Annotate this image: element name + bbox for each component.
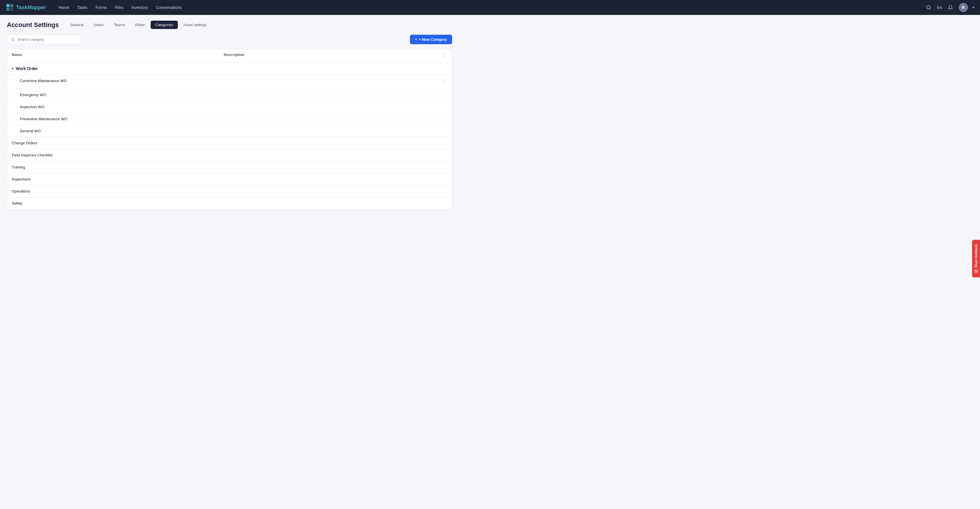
svg-line-7 — [14, 40, 14, 41]
page-header: Account Settings General Users Teams Rol… — [7, 21, 452, 29]
toolbar: + + New Category — [7, 35, 452, 44]
subcategory-name-preventive: Preventive Maintenance WO — [20, 117, 228, 121]
brand-logo-area[interactable]: TaskMapper — [6, 3, 46, 11]
nav-link-tasks[interactable]: Tasks — [74, 3, 91, 11]
nav-link-forms[interactable]: Forms — [92, 3, 110, 11]
safety-label: Safety — [12, 201, 224, 205]
subcategory-name-general-wo: General WO — [20, 129, 228, 133]
bell-icon — [948, 5, 953, 10]
col-name-header: Name — [12, 52, 224, 59]
svg-rect-1 — [10, 4, 13, 7]
subcategory-name-corrective: Corrective Maintenance WO — [20, 79, 228, 85]
category-row-inspections[interactable]: Inspections — [7, 173, 452, 185]
svg-rect-3 — [10, 8, 13, 11]
brand-name: TaskMapper — [16, 5, 46, 11]
training-label: Training — [12, 165, 224, 169]
categories-table: Name Description ⋮ ▾ Work Order Correcti… — [7, 49, 452, 210]
subcategory-row-inspection[interactable]: Inspection WO — [7, 101, 452, 113]
svg-rect-2 — [6, 8, 10, 11]
table-header-row: Name Description ⋮ — [7, 49, 452, 62]
work-order-group-label: Work Order — [16, 66, 38, 71]
avatar-caret-icon[interactable]: ▾ — [972, 6, 974, 10]
tab-teams[interactable]: Teams — [109, 21, 129, 29]
col-description-header: Description — [224, 52, 436, 59]
tab-roles[interactable]: Roles — [130, 21, 149, 29]
new-category-button[interactable]: + + New Category — [410, 35, 452, 44]
nav-link-conversations[interactable]: Conversations — [153, 3, 185, 11]
tab-users[interactable]: Users — [89, 21, 108, 29]
search-input[interactable] — [17, 37, 77, 41]
category-row-training[interactable]: Training — [7, 161, 452, 173]
corrective-options-button[interactable]: ⋮ — [439, 79, 447, 85]
svg-rect-0 — [6, 4, 10, 7]
search-icon — [926, 5, 931, 10]
nav-link-files[interactable]: Files — [111, 3, 127, 11]
table-options-button[interactable]: ⋮ — [439, 52, 447, 59]
subcategory-name-emergency: Emergency WO — [20, 93, 228, 97]
category-row-field-inspector[interactable]: Field Inspector Checklist — [7, 149, 452, 161]
tabs-container: General Users Teams Roles Categories Ass… — [66, 21, 212, 29]
nav-link-home[interactable]: Home — [55, 3, 73, 11]
chevron-down-icon: ▾ — [12, 67, 13, 71]
navbar: TaskMapper Home Tasks Forms Files Invent… — [0, 0, 980, 15]
field-inspector-label: Field Inspector Checklist — [12, 153, 224, 157]
main-content: Account Settings General Users Teams Rol… — [0, 15, 459, 215]
notifications-button[interactable] — [947, 4, 954, 11]
table-header-actions: ⋮ — [436, 52, 447, 59]
nav-links: Home Tasks Forms Files Inventory Convers… — [55, 3, 925, 11]
plus-icon: + — [415, 37, 417, 41]
subcategory-row-emergency[interactable]: Emergency WO — [7, 89, 452, 101]
change-orders-label: Change Orders — [12, 141, 224, 145]
subcategory-row-corrective[interactable]: Corrective Maintenance WO ⋮ — [7, 75, 452, 89]
subcategory-row-preventive[interactable]: Preventive Maintenance WO — [7, 113, 452, 125]
category-row-change-orders[interactable]: Change Orders — [7, 137, 452, 149]
tab-categories[interactable]: Categories — [151, 21, 178, 29]
navbar-right: EN R ▾ — [925, 3, 974, 12]
user-avatar-button[interactable]: R — [959, 3, 968, 12]
tab-general[interactable]: General — [66, 21, 88, 29]
search-box[interactable] — [7, 35, 81, 44]
language-selector[interactable]: EN — [937, 5, 942, 10]
search-icon — [11, 38, 15, 41]
category-row-operations[interactable]: Operations — [7, 185, 452, 197]
global-search-button[interactable] — [925, 4, 932, 11]
inspections-label: Inspections — [12, 177, 224, 181]
nav-link-inventory[interactable]: Inventory — [128, 3, 151, 11]
taskmapper-logo-icon — [6, 3, 14, 11]
subcategory-name-inspection: Inspection WO — [20, 105, 228, 109]
svg-line-5 — [929, 8, 931, 9]
operations-label: Operations — [12, 189, 224, 193]
subcategory-row-general-wo[interactable]: General WO — [7, 125, 452, 137]
tab-asset-settings[interactable]: Asset settings — [179, 21, 212, 29]
svg-point-4 — [927, 5, 930, 9]
svg-point-6 — [12, 38, 14, 40]
category-row-safety[interactable]: Safety — [7, 197, 452, 209]
page-title: Account Settings — [7, 21, 59, 29]
category-group-work-order[interactable]: ▾ Work Order — [7, 62, 452, 75]
